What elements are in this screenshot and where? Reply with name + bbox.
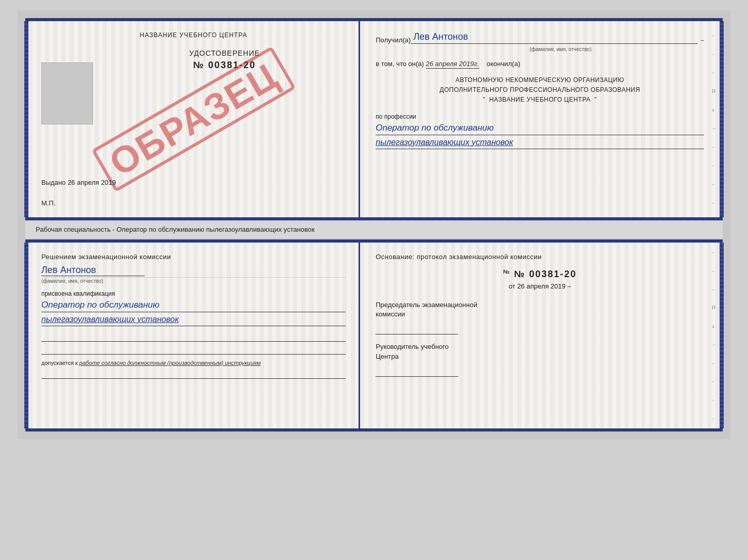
school-name-top: НАЗВАНИЕ УЧЕБНОГО ЦЕНТРА <box>41 31 346 39</box>
org-block: АВТОНОМНУЮ НЕКОММЕРЧЕСКУЮ ОРГАНИЗАЦИЮ ДО… <box>376 75 704 105</box>
vtom-suffix: окончил(а) <box>487 60 520 68</box>
profession-line2: пылегазоулавливающих установок <box>376 138 704 149</box>
dopuskaetsya-text: работе согласно должностным (производств… <box>80 360 261 366</box>
side-dashes-bottom-right: – – – И а ← – – – – <box>712 243 717 428</box>
blank-line-1 <box>41 331 346 342</box>
cert-left-page: НАЗВАНИЕ УЧЕБНОГО ЦЕНТРА УДОСТОВЕРЕНИЕ №… <box>28 21 360 217</box>
rukovoditel-line2: Центра <box>376 352 704 361</box>
binding-right <box>720 21 724 217</box>
binding-bottom-left <box>24 243 28 428</box>
blank-line-2 <box>41 344 346 355</box>
org-name: НАЗВАНИЕ УЧЕБНОГО ЦЕНТРА <box>489 96 590 103</box>
middle-text: Рабочая специальность - Оператор по обсл… <box>25 220 723 238</box>
dopuskaetsya-block: допускается к работе согласно должностны… <box>41 360 346 366</box>
predsedatel-line2: комиссии <box>376 310 704 319</box>
rukovoditel-line1: Руководитель учебного <box>376 342 704 351</box>
po-professii-label: по профессии <box>376 113 704 120</box>
binding-bottom-right <box>720 243 724 428</box>
protokol-number: № № 00381-20 <box>376 268 704 280</box>
blank-line-3 <box>41 369 346 379</box>
osnovanie-text: Основание: протокол экзаменационной коми… <box>376 253 704 261</box>
poluchil-line: Получил(а) Лев Антонов – <box>376 31 704 44</box>
org-line2: ДОПОЛНИТЕЛЬНОГО ПРОФЕССИОНАЛЬНОГО ОБРАЗО… <box>376 85 704 95</box>
bottom-certificate: Решением экзаменационной комиссии Лев Ан… <box>25 239 723 431</box>
poluchil-label: Получил(а) <box>376 36 411 44</box>
predsedatel-line1: Председатель экзаменационной <box>376 300 704 310</box>
ot-date-value: 26 апреля 2019 <box>517 282 566 290</box>
cert-bottom-left-page: Решением экзаменационной комиссии Лев Ан… <box>28 243 360 428</box>
prisvoyena-label: присвоена квалификация <box>41 290 346 297</box>
bottom-name-block: Лев Антонов (фамилия, имя, отчество) <box>41 265 346 284</box>
poluchil-name: Лев Антонов <box>411 31 698 44</box>
rukovoditel-text: Руководитель учебного Центра <box>376 342 704 361</box>
bottom-name: Лев Антонов <box>41 265 145 276</box>
side-dashes-right: – – – И а ← – – – – <box>712 21 717 217</box>
resheniem-text: Решением экзаменационной комиссии <box>41 253 346 261</box>
top-certificate: НАЗВАНИЕ УЧЕБНОГО ЦЕНТРА УДОСТОВЕРЕНИЕ №… <box>25 18 723 220</box>
vtom-line: в том, что он(а) 26 апреля 2019г. окончи… <box>376 60 704 68</box>
cert-mp: М.П. <box>41 199 55 207</box>
org-quote-open: " <box>483 96 486 103</box>
cert-number: № 00381-20 <box>103 60 346 71</box>
bottom-qual1: Оператор по обслуживанию <box>41 300 346 312</box>
ot-date-line: от 26 апреля 2019 – <box>376 282 704 290</box>
vtom-prefix: в том, что он(а) <box>376 60 424 68</box>
org-name-line: " НАЗВАНИЕ УЧЕБНОГО ЦЕНТРА " <box>376 95 704 105</box>
org-quote-close: " <box>595 96 597 103</box>
cert-vydano: Выдано 26 апреля 2019 <box>41 179 116 186</box>
poluchil-dash: – <box>700 36 704 44</box>
bottom-qual2: пылегазоулавливающих установок <box>41 315 346 326</box>
fio-hint-top: (фамилия, имя, отчество) <box>417 46 704 52</box>
binding-left <box>24 21 28 217</box>
predsedatel-sign-line <box>376 322 458 334</box>
vydano-date: 26 апреля 2019 <box>68 179 116 186</box>
rukovoditel-sign-line <box>376 364 458 377</box>
ot-dash: – <box>567 282 571 290</box>
predsedatel-text: Председатель экзаменационной комиссии <box>376 300 704 319</box>
vydano-label: Выдано <box>41 179 66 186</box>
cert-udostoverenie-label: УДОСТОВЕРЕНИЕ <box>103 49 346 57</box>
cert-bottom-right-page: Основание: протокол экзаменационной коми… <box>360 243 720 428</box>
protokol-number-value: № 00381-20 <box>514 269 576 279</box>
org-line1: АВТОНОМНУЮ НЕКОММЕРЧЕСКУЮ ОРГАНИЗАЦИЮ <box>376 75 704 85</box>
profession-line1: Оператор по обслуживанию <box>376 123 704 135</box>
bottom-fio-hint: (фамилия, имя, отчество) <box>41 277 346 284</box>
ot-prefix: от <box>509 282 516 290</box>
document-container: НАЗВАНИЕ УЧЕБНОГО ЦЕНТРА УДОСТОВЕРЕНИЕ №… <box>18 10 730 439</box>
vtom-date: 26 апреля 2019г. <box>426 60 479 69</box>
dopuskaetsya-prefix: допускается к <box>41 360 78 366</box>
cert-right-page: Получил(а) Лев Антонов – (фамилия, имя, … <box>360 21 720 217</box>
photo-placeholder <box>41 62 93 124</box>
